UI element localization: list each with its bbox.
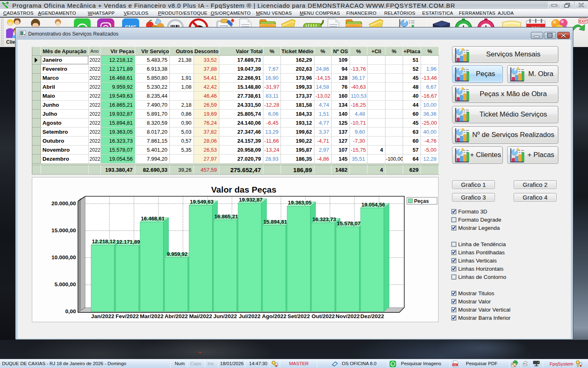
svg-text:Dez/2022: Dez/2022 (361, 313, 384, 319)
svg-text:19.932,87: 19.932,87 (239, 197, 263, 203)
svg-text:Jun/2022: Jun/2022 (214, 313, 237, 319)
svg-text:Mai/2022: Mai/2022 (189, 313, 212, 319)
svg-text:10.000,00: 10.000,00 (51, 254, 76, 260)
svg-text:Out/2022: Out/2022 (312, 313, 335, 319)
svg-text:9.959,92: 9.959,92 (167, 251, 188, 257)
svg-text:15.578,07: 15.578,07 (337, 220, 361, 227)
svg-text:15.894,81: 15.894,81 (263, 219, 287, 225)
svg-text:19.363,05: 19.363,05 (288, 200, 312, 206)
svg-text:16.468,61: 16.468,61 (141, 215, 165, 222)
svg-text:Fev/2022: Fev/2022 (116, 313, 139, 319)
svg-text:12.218,12: 12.218,12 (92, 238, 116, 245)
svg-text:PDF: PDF (453, 364, 457, 366)
svg-text:5.000,00: 5.000,00 (54, 281, 76, 287)
svg-text:Jan/2022: Jan/2022 (91, 313, 114, 319)
svg-text:EXIT: EXIT (579, 19, 588, 23)
svg-text:Set/2022: Set/2022 (287, 313, 310, 319)
svg-text:16.323,73: 16.323,73 (312, 216, 336, 222)
svg-text:Peças: Peças (414, 198, 429, 204)
svg-text:19.549,63: 19.549,63 (190, 199, 214, 205)
svg-text:0,00: 0,00 (65, 308, 76, 314)
svg-text:Mar/2022: Mar/2022 (140, 313, 164, 319)
svg-text:Jul/2022: Jul/2022 (239, 313, 261, 319)
svg-text:15.000,00: 15.000,00 (51, 227, 76, 233)
svg-text:Ago/2022: Ago/2022 (262, 313, 286, 319)
svg-text:19.054,56: 19.054,56 (361, 202, 385, 208)
svg-text:Abr/2022: Abr/2022 (165, 313, 188, 319)
svg-text:12.171,89: 12.171,89 (116, 239, 140, 245)
svg-text:16.865,21: 16.865,21 (214, 213, 238, 220)
svg-text:20.000,00: 20.000,00 (51, 200, 76, 206)
svg-text:Nov/2022: Nov/2022 (336, 313, 360, 319)
svg-text:Valor das Peças: Valor das Peças (211, 185, 276, 194)
